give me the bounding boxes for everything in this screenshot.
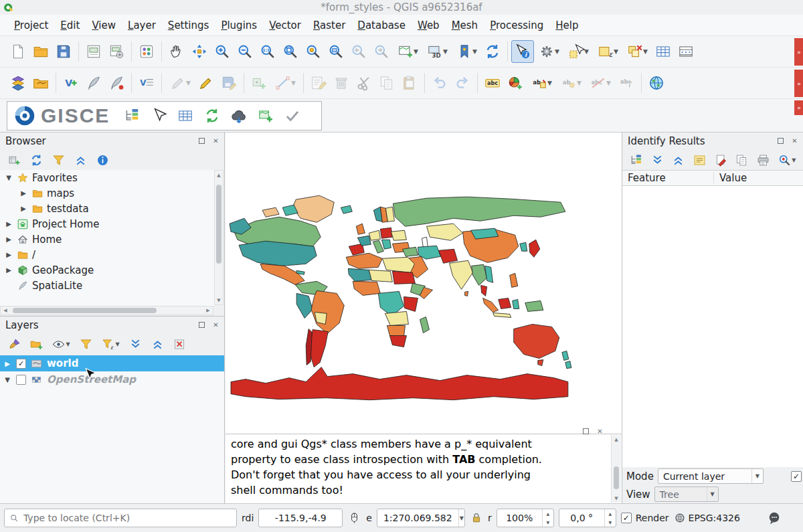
menu-project[interactable]: Project [8, 16, 54, 35]
gisce-sync-button[interactable] [201, 104, 224, 127]
delete-selected-button[interactable] [330, 72, 353, 94]
metasearch-button[interactable] [645, 72, 668, 94]
zoom-full-button[interactable] [279, 40, 302, 63]
chevron-down-icon[interactable]: ▼ [751, 469, 763, 483]
expander-icon[interactable]: ▶ [3, 360, 12, 367]
expander-icon[interactable]: ▼ [3, 376, 12, 383]
new-3d-map-view-button[interactable]: 3D▼ [422, 40, 452, 63]
layer-diagram-button[interactable] [504, 72, 527, 94]
browser-add-layer-button[interactable] [5, 151, 23, 169]
open-layer-styling-button[interactable] [5, 335, 23, 353]
zoom-to-layer-button[interactable] [325, 40, 347, 63]
identify-auto-open-checkbox[interactable]: ✓ [791, 471, 802, 482]
identify-expand-all-button[interactable] [649, 151, 666, 169]
current-edits-button[interactable]: ▼ [165, 72, 195, 94]
deselect-features-button[interactable]: ▼ [622, 40, 652, 63]
identify-clear-results-button[interactable] [713, 151, 729, 169]
browser-collapse-all-button[interactable] [72, 151, 89, 169]
layer-visibility-checkbox[interactable]: ✓ [16, 359, 26, 369]
select-by-expression-button[interactable]: ε▼ [593, 40, 622, 63]
locate-search-box[interactable] [4, 509, 237, 527]
dropdown-arrow-icon[interactable]: ▼ [291, 80, 296, 86]
dropdown-arrow-icon[interactable]: ▼ [577, 80, 582, 86]
python-console-output[interactable]: ✕ core and gui Qgs* class members have a… [226, 434, 622, 503]
menu-vector[interactable]: Vector [263, 16, 307, 35]
collapse-all-layers-button[interactable] [149, 335, 166, 353]
menu-web[interactable]: Web [412, 16, 446, 35]
filter-by-expression-button[interactable]: ε▼ [99, 335, 122, 353]
spin-down-icon[interactable]: ▼ [605, 518, 616, 527]
rotation-spinbox[interactable]: 0,0 ° ▲▼ [559, 509, 616, 527]
browser-close-button[interactable]: ✕ [211, 137, 220, 145]
magnifier-spinbox[interactable]: 100% ▲▼ [497, 509, 554, 527]
save-layer-edits-button[interactable] [217, 72, 240, 94]
pan-to-selection-button[interactable] [188, 40, 211, 63]
zoom-next-button[interactable] [370, 40, 393, 63]
new-virtual-layer-button[interactable]: V [135, 72, 158, 94]
new-project-button[interactable] [7, 40, 29, 63]
add-feature-button[interactable] [248, 72, 270, 94]
show-bookmarks-button[interactable]: ▼ [452, 40, 481, 63]
redo-button[interactable] [451, 72, 474, 94]
menu-processing[interactable]: Processing [484, 16, 549, 35]
messages-button[interactable] [767, 511, 782, 525]
dropdown-arrow-icon[interactable]: ▼ [443, 48, 448, 55]
menu-settings[interactable]: Settings [162, 16, 215, 35]
modify-attributes-button[interactable] [307, 72, 330, 94]
expander-icon[interactable]: ▼ [4, 174, 13, 181]
gisce-add-map-button[interactable] [254, 104, 277, 127]
browser-item-spatialite[interactable]: SpatiaLite [0, 278, 214, 293]
crs-status-button[interactable]: EPSG:4326 [674, 512, 740, 524]
browser-item-favorites[interactable]: ▼Favorites [0, 170, 214, 185]
console-close-button[interactable]: ✕ [596, 427, 604, 436]
browser-item-maps[interactable]: ▶maps [0, 185, 214, 201]
layer-visibility-checkbox[interactable] [16, 375, 26, 385]
gisce-upload-button[interactable] [228, 104, 250, 127]
spin-up-icon[interactable]: ▲ [605, 509, 616, 518]
show-layout-manager-button[interactable] [105, 40, 128, 63]
pan-map-button[interactable] [165, 40, 188, 63]
zoom-native-button[interactable]: 1:1 [256, 40, 279, 63]
browser-filter-button[interactable] [50, 151, 67, 169]
identify-expand-new-button[interactable] [691, 151, 708, 169]
save-project-button[interactable] [52, 40, 75, 63]
browser-properties-button[interactable] [94, 151, 111, 169]
menu-plugins[interactable]: Plugins [215, 16, 263, 35]
expander-icon[interactable]: ▶ [4, 220, 13, 228]
spin-down-icon[interactable]: ▼ [543, 518, 553, 527]
expander-icon[interactable]: ▶ [4, 236, 13, 243]
toolbar2-extension-button[interactable]: » [794, 70, 803, 97]
layer-item-openstreetmap[interactable]: ▼OpenStreetMap [0, 371, 224, 387]
new-shapefile-layer-button[interactable] [82, 72, 105, 94]
dropdown-arrow-icon[interactable]: ▼ [584, 48, 589, 55]
menu-mesh[interactable]: Mesh [446, 16, 484, 35]
menu-database[interactable]: Database [351, 16, 412, 35]
dropdown-arrow-icon[interactable]: ▼ [606, 80, 611, 86]
chevron-down-icon[interactable]: ▼ [707, 487, 718, 501]
zoom-to-selection-button[interactable] [302, 40, 325, 63]
console-scrollbar[interactable]: ▲ ▼ [611, 435, 621, 503]
gisce-pointer-button[interactable] [147, 104, 170, 127]
show-hide-labels-button[interactable]: abc▼ [586, 72, 615, 94]
expander-icon[interactable]: ▶ [19, 205, 28, 212]
paste-features-button[interactable] [398, 72, 421, 94]
menu-raster[interactable]: Raster [307, 16, 351, 35]
identify-collapse-all-button[interactable] [670, 151, 687, 169]
identify-open-form-button[interactable] [628, 151, 644, 169]
console-float-button[interactable] [582, 427, 590, 436]
toolbar1-extension-button[interactable]: » [794, 38, 803, 66]
dropdown-arrow-icon[interactable]: ▼ [186, 80, 191, 86]
filter-legend-button[interactable] [77, 335, 94, 353]
toolbar3-extension-button[interactable]: » [794, 100, 803, 115]
vertex-tool-button[interactable]: ▼ [270, 72, 300, 94]
layers-close-button[interactable]: ✕ [211, 321, 220, 329]
cut-features-button[interactable] [353, 72, 375, 94]
new-print-layout-button[interactable] [82, 40, 105, 63]
move-label-button[interactable]: ab [615, 72, 638, 94]
copy-features-button[interactable] [375, 72, 398, 94]
layer-item-world[interactable]: ▶✓world [0, 355, 224, 371]
manage-map-themes-button[interactable]: ▼ [50, 335, 72, 353]
browser-refresh-button[interactable] [27, 151, 45, 169]
menu-help[interactable]: Help [549, 16, 584, 35]
identify-mode-combobox[interactable]: Current layer ▼ [658, 468, 764, 484]
